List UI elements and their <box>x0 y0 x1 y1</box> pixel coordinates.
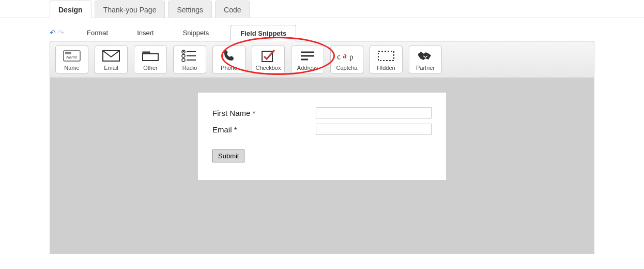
svg-rect-4 <box>143 52 150 54</box>
top-nav-tabs: Design Thank-you Page Settings Code <box>0 0 644 18</box>
menu-snippets[interactable]: Snippets <box>176 25 217 41</box>
address-lines-icon <box>298 49 317 63</box>
field-label-first-name: First Name * <box>212 109 316 117</box>
svg-rect-9 <box>262 51 272 62</box>
svg-point-7 <box>182 54 185 57</box>
envelope-icon <box>101 49 121 63</box>
svg-point-6 <box>183 51 185 53</box>
tool-label: HIdden <box>377 65 395 71</box>
tool-checkbox[interactable]: Checkbox <box>252 46 285 73</box>
phone-icon <box>219 49 239 63</box>
tool-label: Phone <box>221 65 237 71</box>
redo-icon[interactable]: ↷ <box>58 28 64 37</box>
tool-label: Other <box>143 65 158 71</box>
tool-label: Captcha <box>336 65 358 71</box>
tool-label: Checkbox <box>256 65 281 71</box>
editor-menu: ↶ ↷ Format Insert Snippets Field Snippet… <box>0 18 644 41</box>
tab-settings[interactable]: Settings <box>168 1 212 18</box>
tool-label: Partner <box>416 65 435 71</box>
tool-hidden[interactable]: HIdden <box>370 46 403 73</box>
svg-text:c: c <box>337 52 341 61</box>
submit-button[interactable]: Submit <box>212 150 244 162</box>
form-preview: First Name * Email * Submit <box>198 93 446 180</box>
svg-rect-3 <box>143 54 158 61</box>
tab-thank-you-page[interactable]: Thank-you Page <box>95 1 165 18</box>
folder-icon <box>141 49 160 63</box>
tool-label: Email <box>104 65 118 71</box>
radio-list-icon <box>180 49 200 63</box>
tab-design[interactable]: Design <box>50 1 91 18</box>
svg-text:a: a <box>343 51 348 60</box>
tool-partner[interactable]: Partner <box>409 46 442 73</box>
tool-label: Address <box>297 65 318 71</box>
svg-text:Name: Name <box>66 55 78 59</box>
dashed-rect-icon <box>376 49 396 63</box>
undo-icon[interactable]: ↶ <box>50 28 56 37</box>
handshake-icon <box>416 49 435 63</box>
tool-captcha[interactable]: cap Captcha <box>330 46 363 73</box>
tool-address[interactable]: Address <box>291 46 324 73</box>
tool-name[interactable]: Name Name <box>55 46 88 73</box>
captcha-icon: cap <box>337 49 357 63</box>
tool-other[interactable]: Other <box>134 46 167 73</box>
menu-insert[interactable]: Insert <box>130 25 161 41</box>
tool-label: Name <box>64 65 79 71</box>
svg-point-8 <box>182 58 185 62</box>
field-label-email: Email * <box>212 125 316 134</box>
tool-radio[interactable]: Radio <box>173 46 206 73</box>
tab-code[interactable]: Code <box>215 1 250 18</box>
menu-format[interactable]: Format <box>80 25 115 41</box>
svg-text:p: p <box>349 52 354 61</box>
email-field[interactable] <box>316 124 432 135</box>
field-snippets-toolbar: Name Name Email Other <box>50 41 594 78</box>
tool-label: Radio <box>182 65 197 71</box>
canvas-area: First Name * Email * Submit <box>50 78 594 254</box>
first-name-field[interactable] <box>316 107 432 118</box>
checkbox-icon <box>258 49 278 63</box>
ribbon-tab-field-snippets[interactable]: Field Snippets <box>231 25 296 41</box>
name-icon: Name <box>62 49 82 63</box>
tool-email[interactable]: Email <box>95 46 128 73</box>
tool-phone[interactable]: Phone <box>212 46 246 73</box>
svg-rect-13 <box>378 51 394 61</box>
